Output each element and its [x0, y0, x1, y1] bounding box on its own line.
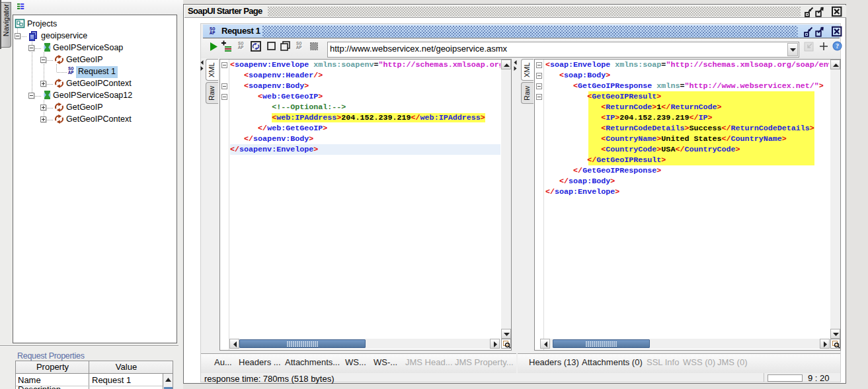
svg-text:?: ?: [836, 42, 839, 50]
